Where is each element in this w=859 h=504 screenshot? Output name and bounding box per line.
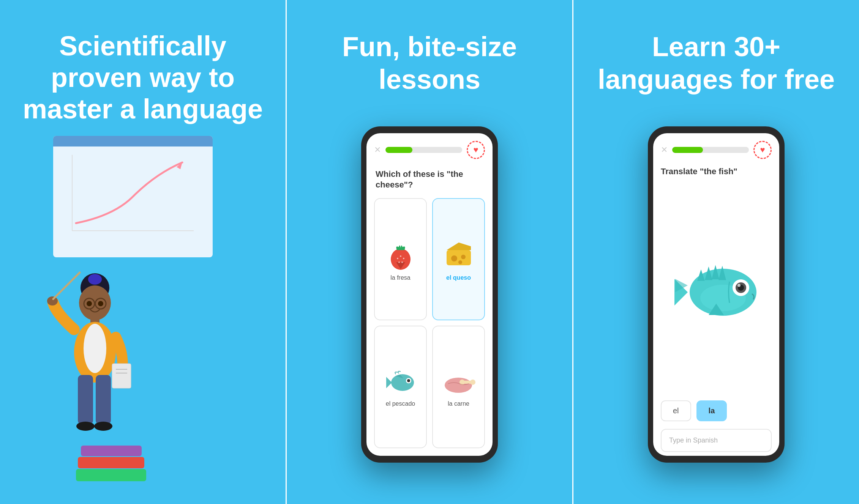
svg-rect-17 <box>96 375 111 424</box>
option-card-fish[interactable]: el pescado <box>374 326 427 448</box>
panel-2: Fun, bite-size lessons ✕ ♥ Which of thes… <box>287 0 572 504</box>
panel2-title: Fun, bite-size lessons <box>302 30 557 96</box>
svg-point-9 <box>87 301 92 306</box>
svg-point-40 <box>445 378 472 393</box>
quiz-question: Which of these is "the cheese"? <box>366 163 493 198</box>
option-card-meat[interactable]: la carne <box>432 326 485 448</box>
option-card-strawberry[interactable]: la fresa <box>374 198 427 320</box>
close-icon-2[interactable]: ✕ <box>661 145 668 155</box>
chip-la[interactable]: la <box>696 400 727 421</box>
phone-screen-1: ✕ ♥ Which of these is "the cheese"? <box>366 133 493 456</box>
progress-bar-bg <box>385 147 462 153</box>
svg-point-13 <box>84 324 106 373</box>
phone-header-1: ✕ ♥ <box>366 133 493 163</box>
word-chips: el la <box>661 400 772 421</box>
panel-3: Learn 30+ languages for free ✕ ♥ Transla… <box>573 0 859 504</box>
svg-point-36 <box>391 374 414 391</box>
progress-bar-fill <box>385 147 412 153</box>
heart-badge-2: ♥ <box>753 141 772 159</box>
phone-screen-2: ✕ ♥ Translate "the fish" <box>653 133 779 456</box>
meat-icon <box>442 369 475 396</box>
options-grid: la fresa el queso <box>366 198 493 456</box>
svg-point-28 <box>398 261 400 263</box>
svg-point-18 <box>76 422 95 431</box>
svg-point-25 <box>397 258 398 259</box>
books-stack <box>76 446 146 481</box>
whiteboard <box>53 136 213 257</box>
svg-point-19 <box>94 422 112 431</box>
svg-point-27 <box>403 258 404 259</box>
progress-bar-bg-2 <box>672 147 749 153</box>
teacher-area <box>15 124 270 481</box>
svg-point-10 <box>98 301 103 306</box>
svg-rect-20 <box>112 364 131 388</box>
panel3-title: Learn 30+ languages for free <box>589 30 844 96</box>
translate-question: Translate "the fish" <box>661 167 772 176</box>
svg-point-56 <box>737 284 741 287</box>
svg-point-14 <box>47 296 58 306</box>
svg-point-39 <box>407 379 410 382</box>
phone-mockup-2: ✕ ♥ Translate "the fish" <box>648 126 785 463</box>
svg-line-15 <box>53 272 80 299</box>
option-card-cheese[interactable]: el queso <box>432 198 485 320</box>
fish-illustration <box>661 184 772 400</box>
panel1-title: Scientifically proven way to master a la… <box>15 30 270 124</box>
fish-card-icon <box>384 369 417 396</box>
phone-mockup-1: ✕ ♥ Which of these is "the cheese"? <box>361 126 498 463</box>
svg-point-33 <box>461 255 466 259</box>
cheese-icon <box>444 239 474 270</box>
type-spanish-input[interactable]: Type in Spanish <box>661 429 772 452</box>
phone-header-2: ✕ ♥ <box>653 133 779 163</box>
svg-point-34 <box>458 260 462 264</box>
svg-point-4 <box>88 274 102 285</box>
option-label-carne: la carne <box>448 400 469 407</box>
svg-point-32 <box>451 255 457 261</box>
heart-badge: ♥ <box>467 141 485 159</box>
panel-1: Scientifically proven way to master a la… <box>0 0 286 504</box>
translate-content: Translate "the fish" <box>653 163 779 456</box>
svg-point-43 <box>470 380 475 385</box>
svg-marker-31 <box>447 243 471 250</box>
svg-rect-16 <box>78 375 93 424</box>
whiteboard-top <box>53 136 213 146</box>
svg-marker-35 <box>386 377 392 388</box>
fish-main-icon <box>671 258 762 326</box>
chip-el[interactable]: el <box>661 400 691 421</box>
option-label-strawberry: la fresa <box>390 274 410 281</box>
option-label-pescado: el pescado <box>386 400 415 407</box>
strawberry-icon <box>385 239 416 270</box>
progress-bar-fill-2 <box>672 147 703 153</box>
svg-point-29 <box>401 261 403 263</box>
option-label-cheese: el queso <box>446 274 471 281</box>
close-icon[interactable]: ✕ <box>374 145 381 155</box>
svg-point-26 <box>400 255 401 257</box>
